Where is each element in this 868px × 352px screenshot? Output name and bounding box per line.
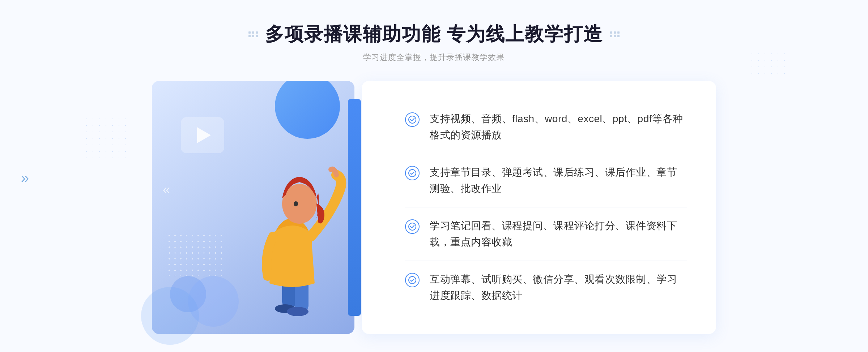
- svg-point-4: [294, 201, 298, 206]
- feature-text-2: 支持章节目录、弹题考试、课后练习、课后作业、章节测验、批改作业: [430, 164, 687, 197]
- feature-text-4: 互动弹幕、试听购买、微信分享、观看次数限制、学习进度跟踪、数据统计: [430, 271, 687, 304]
- blue-vertical-bar: [348, 99, 361, 316]
- check-icon-2: [405, 166, 420, 180]
- page-title: 多项录播课辅助功能 专为线上教学打造: [265, 22, 603, 47]
- svg-point-7: [409, 116, 416, 123]
- svg-point-9: [409, 223, 416, 230]
- feature-item-3: 学习笔记回看、课程提问、课程评论打分、课件资料下载，重点内容收藏: [405, 211, 687, 257]
- light-circle-decoration: [141, 287, 199, 345]
- check-icon-1: [405, 112, 420, 127]
- checkmark-svg-4: [408, 276, 416, 284]
- feature-text-3: 学习笔记回看、课程提问、课程评论打分、课件资料下载，重点内容收藏: [430, 218, 687, 250]
- dot-grid-right: [749, 51, 785, 80]
- checkmark-svg-3: [408, 223, 416, 231]
- divider-1: [405, 154, 687, 154]
- feature-item-1: 支持视频、音频、flash、word、excel、ppt、pdf等各种格式的资源…: [405, 104, 687, 150]
- blue-circle-decoration: [275, 81, 340, 139]
- divider-2: [405, 207, 687, 207]
- check-icon-4: [405, 273, 420, 287]
- dot-grid-left: [83, 116, 127, 159]
- title-row: 多项录播课辅助功能 专为线上教学打造: [248, 22, 620, 47]
- feature-item-2: 支持章节目录、弹题考试、课后练习、课后作业、章节测验、批改作业: [405, 158, 687, 203]
- image-panel: «: [152, 81, 354, 334]
- checkmark-svg-2: [408, 169, 416, 177]
- svg-point-6: [287, 307, 309, 316]
- content-area: «: [152, 81, 716, 334]
- page-container: » 多项录播课辅助功能 专为线上教学打造: [0, 0, 868, 352]
- chevron-left-icon: »: [21, 170, 29, 186]
- svg-point-10: [409, 276, 416, 284]
- image-arrow-icon: «: [163, 182, 170, 197]
- page-subtitle: 学习进度全掌握，提升录播课教学效果: [248, 52, 620, 63]
- play-button-decoration: [181, 117, 224, 153]
- image-dot-pattern: [166, 233, 224, 276]
- page-header: 多项录播课辅助功能 专为线上教学打造 学习进度全掌握，提升录播课教学效果: [248, 22, 620, 63]
- check-icon-3: [405, 219, 420, 234]
- divider-3: [405, 261, 687, 261]
- feature-item-4: 互动弹幕、试听购买、微信分享、观看次数限制、学习进度跟踪、数据统计: [405, 265, 687, 310]
- svg-point-8: [409, 169, 416, 177]
- play-triangle-icon: [197, 127, 211, 143]
- title-decoration-right: [610, 31, 620, 37]
- person-illustration: [239, 132, 347, 334]
- title-decoration-left: [248, 31, 258, 37]
- content-panel: 支持视频、音频、flash、word、excel、ppt、pdf等各种格式的资源…: [362, 81, 716, 334]
- feature-text-1: 支持视频、音频、flash、word、excel、ppt、pdf等各种格式的资源…: [430, 111, 687, 143]
- checkmark-svg-1: [408, 116, 416, 124]
